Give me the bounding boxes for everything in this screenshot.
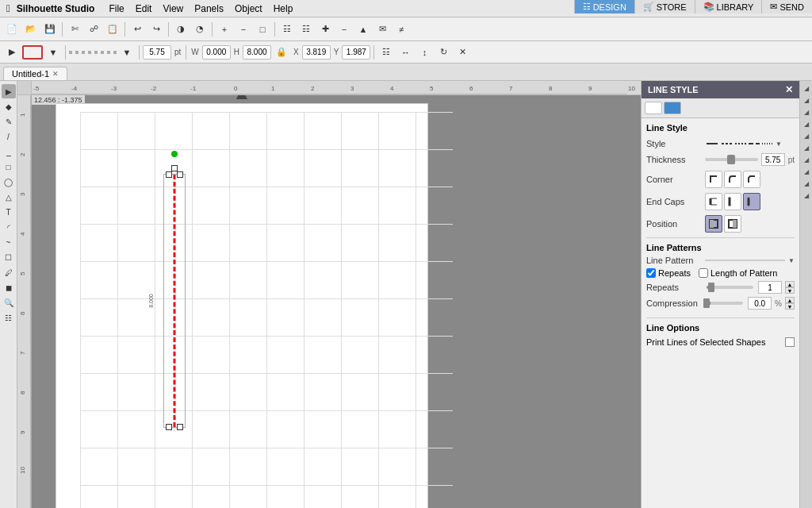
tb2-more[interactable]: ☷ [377,44,395,61]
length-checkbox[interactable] [699,268,708,278]
pattern-dropdown-icon[interactable]: ▼ [788,257,795,264]
lt-settings[interactable]: ☷ [2,310,16,325]
fr-btn2[interactable]: ◢ [801,94,812,106]
tb-undo[interactable]: ↩ [128,21,146,38]
tb-save[interactable]: 💾 [41,21,59,38]
handle-top-left[interactable] [166,171,172,178]
tb-weld[interactable]: ▲ [354,21,372,38]
lt-rect[interactable]: □ [2,160,16,174]
fr-btn8[interactable]: ◢ [801,166,812,177]
menu-panels[interactable]: Panels [190,2,228,16]
lt-pan[interactable]: ✎ [2,114,16,129]
cap-square[interactable] [724,193,741,210]
lt-pencil[interactable]: / [2,129,16,144]
menu-view[interactable]: View [158,2,188,16]
repeats-increment[interactable]: ▲ [785,281,795,287]
thickness-value-input[interactable] [761,153,785,166]
tb2-y-input[interactable] [342,45,370,60]
fr-btn6[interactable]: ◢ [801,142,812,153]
lt-fill[interactable]: ◼ [2,280,16,294]
tb-more[interactable]: ≠ [393,21,410,38]
lt-eyedrop[interactable]: 🖊 [2,265,16,279]
selected-shape[interactable]: 8.000 [163,174,186,428]
lt-node[interactable]: ◆ [2,99,16,114]
corner-bevel[interactable] [743,171,760,188]
compression-slider[interactable] [707,302,743,305]
lt-bezier[interactable]: ◜ [2,220,16,234]
tb-distribute[interactable]: ☷ [297,21,315,38]
panel-tab-white[interactable] [645,102,662,114]
repeats-thumb[interactable] [708,283,714,292]
lt-select[interactable]: ▶ [2,84,16,98]
tb2-x-input[interactable] [302,45,331,60]
tb-ungroup[interactable]: ◔ [191,21,209,38]
lt-ellipse[interactable]: ◯ [2,175,16,189]
handle-bottom-right[interactable] [177,424,183,430]
tb-knife[interactable]: ✉ [373,21,391,38]
fr-btn10[interactable]: ◢ [801,190,812,201]
tb-zoom-in[interactable]: + [216,21,233,38]
cap-flat[interactable] [705,193,722,210]
tb2-mirror[interactable]: ↕ [416,44,433,61]
tb-open[interactable]: 📂 [22,21,40,38]
topnav-design[interactable]: ☷ DESIGN [574,0,634,13]
tab-untitled1[interactable]: Untitled-1 ✕ [3,67,67,80]
topnav-library[interactable]: 📚 LIBRARY [695,0,762,13]
handle-bottom-left[interactable] [166,424,172,430]
panel-close-icon[interactable]: ✕ [785,84,793,95]
compression-increment[interactable]: ▲ [785,297,795,303]
thickness-slider[interactable] [705,154,758,165]
pos-inside[interactable] [705,215,722,233]
corner-miter[interactable] [705,171,722,188]
pos-outside[interactable] [724,215,741,233]
tb2-lsdropdown[interactable]: ▼ [118,44,136,61]
fr-btn7[interactable]: ◢ [801,154,812,165]
print-lines-checkbox[interactable] [785,337,795,347]
fr-btn4[interactable]: ◢ [801,118,812,129]
repeats-checkbox[interactable] [646,268,656,278]
tb-align[interactable]: ☷ [278,21,296,38]
cap-round[interactable] [743,193,760,210]
tb2-flip[interactable]: ↔ [396,44,414,61]
tb2-delete[interactable]: ✕ [454,44,471,61]
lt-eraser[interactable]: ☐ [2,250,16,264]
menu-help[interactable]: Help [269,2,298,16]
handle-top-right[interactable] [177,171,183,178]
topnav-store[interactable]: 🛒 STORE [634,0,695,13]
panel-tab-blue[interactable] [664,102,681,114]
tb-boolean[interactable]: ✚ [316,21,334,38]
tb2-dropdown[interactable]: ▼ [44,44,62,61]
fr-btn3[interactable]: ◢ [801,106,812,117]
fr-btn9[interactable]: ◢ [801,178,812,189]
tb2-select[interactable]: ▶ [3,44,21,61]
handle-top[interactable] [171,165,178,171]
compression-decrement[interactable]: ▼ [785,303,795,310]
compression-input[interactable] [748,297,772,310]
tb-zoom-out[interactable]: − [235,21,252,38]
repeats-decrement[interactable]: ▼ [785,287,795,294]
topnav-send[interactable]: ✉ SEND [761,0,812,13]
thickness-thumb[interactable] [727,155,735,164]
tb-group[interactable]: ◑ [172,21,190,38]
tab-close-icon[interactable]: ✕ [52,70,59,78]
fr-btn1[interactable]: ◢ [801,83,812,94]
tb-copy[interactable]: ☍ [85,21,102,38]
tb-cut[interactable]: ✄ [66,21,83,38]
tb-zoom-fit[interactable]: □ [254,21,271,38]
repeats-input[interactable] [758,281,782,294]
tb-new[interactable]: 📄 [3,21,21,38]
repeats-slider[interactable] [707,286,753,289]
lt-freehand[interactable]: ~ [2,235,16,249]
tb2-thickness-input[interactable]: 5.75 [143,45,171,60]
menu-object[interactable]: Object [230,2,267,16]
handle-rotate[interactable] [171,151,178,157]
corner-round[interactable] [724,171,741,188]
canvas-content[interactable]: 12.456 : -1.375 ▲ [32,95,641,508]
lt-poly[interactable]: △ [2,190,16,204]
lt-text[interactable]: T [2,205,16,219]
lt-line[interactable]: ⎯ [2,144,16,159]
canvas-area[interactable]: -5 -4 -3 -2 -1 0 1 2 3 4 5 6 7 8 9 10 [17,81,641,508]
tb-subtract[interactable]: − [335,21,353,38]
tb2-h-input[interactable] [243,45,271,60]
menu-file[interactable]: File [104,2,128,16]
